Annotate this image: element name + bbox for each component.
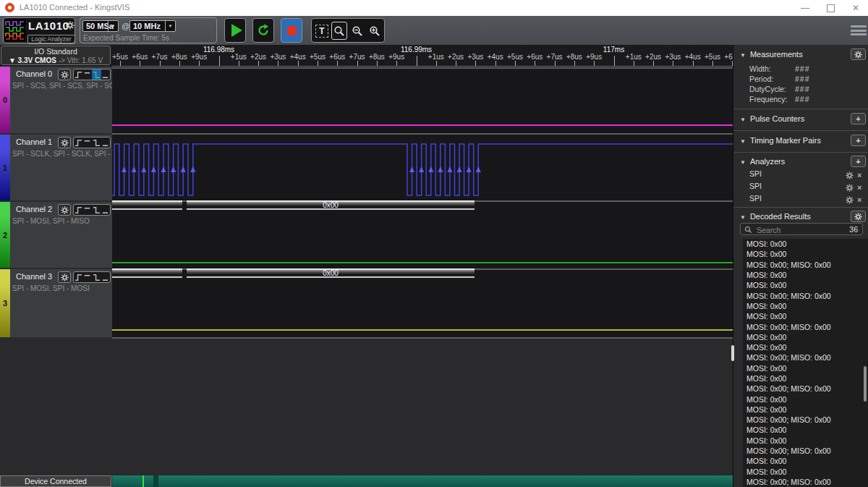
decoded-result-row[interactable]: MOSI: 0x00; MISO: 0x00 — [743, 260, 868, 270]
analyzer-settings-button[interactable] — [846, 182, 854, 195]
trigger-low-level-button[interactable] — [101, 137, 111, 148]
decoded-result-row[interactable]: MOSI: 0x00 — [743, 301, 868, 311]
analyzer-name[interactable]: SPI — [749, 194, 762, 203]
analyzer-name[interactable]: SPI — [749, 169, 762, 178]
collapse-triangle-icon[interactable]: ▼ — [740, 117, 746, 123]
trigger-falling-edge-button[interactable] — [92, 205, 101, 215]
stop-capture-button[interactable] — [281, 18, 302, 43]
channel-settings-button[interactable] — [58, 271, 71, 283]
timing-marker-pairs-header[interactable]: ▼Timing Marker Pairs — [740, 136, 821, 145]
minimize-button[interactable]: — — [793, 0, 817, 16]
channel-row-2[interactable]: 2Channel 2SPI - MOSI, SPI - MISO — [0, 202, 112, 268]
analyzer-remove-button[interactable]: × — [857, 171, 861, 179]
channel-row-3[interactable]: 3Channel 3SPI - MOSI, SPI - MOSI — [0, 269, 112, 337]
decoded-result-row[interactable]: MOSI: 0x00; MISO: 0x00 — [743, 321, 868, 331]
decoded-results-list[interactable]: MOSI: 0x00MOSI: 0x00MOSI: 0x00; MISO: 0x… — [743, 239, 868, 487]
menu-hamburger-icon[interactable] — [851, 25, 867, 36]
channel-settings-button[interactable] — [58, 204, 71, 216]
zoom-select-tool-button[interactable] — [331, 22, 347, 40]
io-standard-header[interactable]: I/O Standard ▼ 3.3V CMOS -> Vth: 1.65 V — [0, 45, 112, 67]
measurements-settings-button[interactable] — [851, 48, 866, 60]
trigger-high-level-button[interactable] — [83, 205, 93, 215]
decoded-result-row[interactable]: MOSI: 0x00; MISO: 0x00 — [743, 384, 868, 394]
decoded-search-box[interactable]: 36 — [740, 223, 863, 235]
decoded-result-row[interactable]: MOSI: 0x00 — [743, 425, 868, 435]
clock-edge-arrow-icon — [467, 166, 472, 172]
trigger-rising-edge-button[interactable] — [74, 137, 83, 148]
decoded-result-row[interactable]: MOSI: 0x00; MISO: 0x00 — [743, 446, 868, 456]
device-settings-gear-icon[interactable] — [66, 21, 75, 30]
trigger-rising-edge-button[interactable] — [74, 205, 83, 215]
scrollbar-thumb[interactable] — [864, 366, 867, 402]
measurements-header[interactable]: ▼Measurements — [740, 50, 803, 59]
trigger-low-level-button[interactable] — [101, 69, 111, 80]
ruler-tick-label: +5us — [507, 53, 523, 61]
decoded-result-row[interactable]: MOSI: 0x00; MISO: 0x00 — [743, 477, 868, 487]
trigger-rising-edge-button[interactable] — [74, 69, 83, 80]
io-standard-value[interactable]: ▼ 3.3V CMOS -> Vth: 1.65 V — [1, 56, 110, 64]
sample-depth-select[interactable]: 50 MSa ▼ — [82, 20, 119, 32]
collapse-triangle-icon[interactable]: ▼ — [740, 138, 746, 145]
decoded-result-row[interactable]: MOSI: 0x00 — [743, 342, 868, 352]
decoded-result-row[interactable]: MOSI: 0x00 — [743, 332, 868, 342]
analyzers-add-button[interactable]: + — [851, 156, 866, 167]
chevron-down-icon[interactable]: ▼ — [108, 21, 118, 31]
decoded-results-settings-button[interactable] — [851, 211, 866, 222]
sample-rate-select[interactable]: 10 MHz ▼ — [129, 20, 176, 32]
close-button[interactable]: ✕ — [843, 0, 868, 16]
trigger-low-level-button[interactable] — [101, 272, 111, 282]
analyzer-settings-button[interactable] — [846, 169, 854, 182]
decoded-result-row[interactable]: MOSI: 0x00 — [743, 249, 868, 259]
trigger-low-level-button[interactable] — [101, 205, 111, 215]
search-input[interactable] — [755, 224, 838, 235]
zoom-out-button[interactable] — [349, 22, 365, 40]
trigger-rising-edge-button[interactable] — [74, 272, 83, 282]
channel-settings-button[interactable] — [58, 69, 71, 80]
maximize-button[interactable] — [818, 0, 843, 16]
decoded-result-row[interactable]: MOSI: 0x00; MISO: 0x00 — [743, 415, 868, 425]
capture-overview-bar[interactable] — [112, 475, 733, 487]
decoded-result-row[interactable]: MOSI: 0x00 — [743, 373, 868, 384]
channel-row-1[interactable]: 1Channel 1SPI - SCLK, SPI - SCLK, SPI - … — [0, 135, 112, 200]
analyzers-header[interactable]: ▼Analyzers — [740, 157, 785, 166]
analyzer-remove-button[interactable]: × — [857, 195, 861, 204]
channel-row-0[interactable]: 0Channel 0SPI - SCS, SPI - SCS, SPI - SC… — [0, 67, 112, 133]
analyzer-remove-button[interactable]: × — [857, 183, 861, 192]
decoded-result-row[interactable]: MOSI: 0x00 — [743, 405, 868, 415]
decoded-result-row[interactable]: MOSI: 0x00 — [743, 456, 868, 466]
repeat-capture-button[interactable] — [252, 18, 274, 43]
pulse-counters-add-button[interactable]: + — [851, 113, 866, 124]
trigger-falling-edge-button[interactable] — [92, 69, 101, 80]
decoded-result-row[interactable]: MOSI: 0x00 — [743, 239, 868, 249]
analyzer-settings-button[interactable] — [846, 194, 854, 207]
decoded-result-row[interactable]: MOSI: 0x00; MISO: 0x00 — [743, 352, 868, 363]
zoom-in-button[interactable] — [367, 22, 383, 40]
trigger-high-level-button[interactable] — [83, 69, 93, 80]
trigger-marker-tool-button[interactable]: T — [314, 22, 330, 40]
trigger-falling-edge-button[interactable] — [92, 272, 101, 282]
panel-splitter-handle[interactable] — [731, 345, 734, 361]
view-position-marker[interactable] — [142, 475, 144, 487]
collapse-triangle-icon[interactable]: ▼ — [740, 214, 746, 221]
analyzer-name[interactable]: SPI — [749, 182, 762, 190]
trigger-high-level-button[interactable] — [83, 137, 93, 148]
trigger-high-level-button[interactable] — [83, 272, 93, 282]
decoded-result-row[interactable]: MOSI: 0x00; MISO: 0x00 — [743, 290, 868, 300]
decoded-result-row[interactable]: MOSI: 0x00 — [743, 270, 868, 280]
pulse-counters-header[interactable]: ▼Pulse Counters — [740, 114, 804, 123]
decoded-result-row[interactable]: MOSI: 0x00 — [743, 436, 868, 446]
decoded-result-row[interactable]: MOSI: 0x00 — [743, 363, 868, 373]
collapse-triangle-icon[interactable]: ▼ — [740, 52, 746, 59]
decoded-result-row[interactable]: MOSI: 0x00 — [743, 467, 868, 477]
start-capture-button[interactable] — [224, 18, 246, 43]
ruler-tick-label: +3us — [270, 53, 286, 61]
trigger-falling-edge-button[interactable] — [92, 137, 101, 148]
channel-settings-button[interactable] — [58, 137, 71, 148]
collapse-triangle-icon[interactable]: ▼ — [740, 159, 746, 166]
chevron-down-icon[interactable]: ▼ — [165, 21, 175, 31]
decoded-result-row[interactable]: MOSI: 0x00 — [743, 311, 868, 321]
decoded-result-row[interactable]: MOSI: 0x00 — [743, 280, 868, 290]
decoded-result-row[interactable]: MOSI: 0x00 — [743, 394, 868, 404]
decoded-results-header[interactable]: ▼Decoded Results — [740, 212, 811, 221]
timing-marker-pairs-add-button[interactable]: + — [851, 135, 866, 146]
